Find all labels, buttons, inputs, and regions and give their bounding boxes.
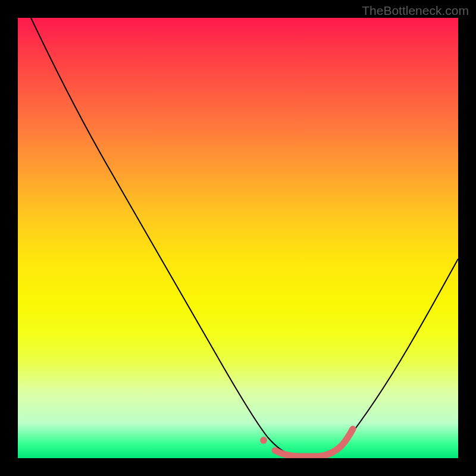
watermark-text: TheBottleneck.com [362, 4, 469, 18]
highlight-segment [275, 429, 353, 456]
highlight-dot-left [260, 437, 267, 444]
bottleneck-curve [31, 18, 458, 456]
chart-container: TheBottleneck.com [0, 0, 476, 476]
plot-area [18, 18, 458, 458]
curve-svg [18, 18, 458, 458]
